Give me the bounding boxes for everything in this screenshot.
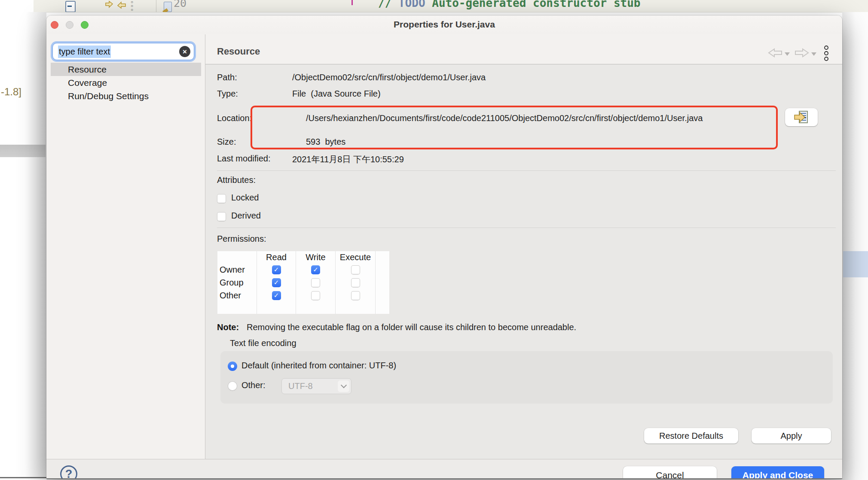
encoding-other-label: Other: (241, 380, 266, 390)
row-spacer (375, 276, 389, 289)
background-toolbar-strip: ○○○ 20 // TODO Auto-generated constructo… (34, 0, 868, 12)
forward-history-dropdown-icon[interactable] (811, 52, 816, 56)
back-history-dropdown-icon[interactable] (785, 52, 790, 56)
apply-and-close-label: Apply and Close (743, 470, 813, 479)
apply-and-close-button[interactable]: Apply and Close (731, 466, 824, 479)
other-read-checkbox[interactable] (272, 291, 281, 300)
permissions-table: Read Write Execute Owner Group Other (217, 251, 389, 314)
type-label: Type: (217, 89, 238, 99)
encoding-default-label: Default (inherited from container: UTF-8… (241, 361, 396, 371)
sidebar-item-coverage[interactable]: Coverage (51, 76, 201, 89)
back-arrow-icon[interactable] (768, 48, 782, 58)
toolbar-separator (156, 0, 156, 12)
editor-ruler-icon (164, 2, 172, 12)
background-editor-text-fragment: -1.8] (1, 86, 21, 98)
resource-panel: Path: /ObjectDemo02/src/cn/first/object/… (205, 64, 842, 459)
other-write-checkbox[interactable] (311, 291, 320, 300)
sidebar-item-label: Resource (68, 64, 107, 75)
row-label-other: Other (217, 289, 257, 302)
todo-keyword: TODO (398, 0, 425, 9)
chevron-down-icon[interactable] (338, 380, 349, 392)
note-label: Note: (217, 322, 239, 332)
column-header-execute: Execute (335, 251, 375, 263)
editor-line-number: 20 (174, 0, 186, 9)
other-read-cell (257, 289, 296, 302)
show-in-system-explorer-button[interactable] (785, 108, 818, 126)
background-window-edge (0, 477, 46, 478)
help-button[interactable]: ? (60, 465, 77, 479)
forward-arrow-icon[interactable] (795, 48, 809, 58)
encoding-select[interactable]: UTF-8 (281, 378, 351, 394)
view-menu-icon[interactable] (824, 45, 829, 61)
last-modified-label: Last modified: (217, 154, 271, 164)
cancel-label: Cancel (656, 470, 684, 479)
filter-input[interactable]: type filter text × (52, 43, 194, 60)
row-spacer (375, 289, 389, 302)
location-label: Location: (217, 113, 252, 123)
properties-sidebar: type filter text × Resource Coverage Run… (46, 34, 205, 459)
encoding-default-radio[interactable] (228, 362, 237, 371)
path-label: Path: (217, 73, 237, 82)
type-value: File (Java Source File) (292, 89, 381, 99)
other-execute-cell (335, 289, 375, 302)
group-execute-cell (335, 276, 375, 289)
question-mark-icon: ? (65, 468, 73, 480)
empty-row (375, 302, 389, 314)
document-arrow-icon (794, 110, 809, 124)
owner-execute-checkbox[interactable] (351, 265, 360, 274)
text-file-encoding-group: Default (inherited from container: UTF-8… (220, 351, 833, 404)
derived-label: Derived (231, 211, 261, 221)
properties-dialog: Properties for User.java type filter tex… (46, 15, 842, 479)
location-value[interactable]: /Users/hexianzhen/Documents/first/code/c… (306, 113, 703, 123)
dialog-titlebar[interactable]: Properties for User.java (46, 15, 842, 34)
dialog-title: Properties for User.java (46, 19, 842, 30)
sidebar-item-resource[interactable]: Resource (51, 63, 201, 76)
empty-row (335, 302, 375, 314)
locked-label: Locked (231, 193, 259, 203)
toolbar-handle-dots-icon: ○○○ (131, 0, 133, 12)
row-label-owner: Owner (217, 263, 257, 276)
restore-defaults-label: Restore Defaults (659, 431, 723, 441)
group-write-checkbox[interactable] (311, 278, 320, 287)
group-execute-checkbox[interactable] (351, 278, 360, 287)
permissions-label: Permissions: (217, 234, 266, 244)
dialog-footer: ? Cancel Apply and Close (46, 459, 842, 478)
sidebar-item-label: Coverage (68, 78, 107, 88)
owner-write-checkbox[interactable] (311, 265, 320, 274)
owner-read-checkbox[interactable] (272, 265, 281, 274)
derived-checkbox[interactable] (217, 212, 226, 221)
background-gray-bar (0, 145, 46, 157)
cancel-button[interactable]: Cancel (623, 466, 717, 479)
size-label: Size: (217, 137, 236, 147)
sidebar-item-run-debug-settings[interactable]: Run/Debug Settings (51, 89, 201, 103)
row-label-group: Group (217, 276, 257, 289)
last-edit-location-icon (105, 0, 127, 12)
group-read-checkbox[interactable] (272, 278, 281, 287)
sidebar-item-label: Run/Debug Settings (68, 91, 149, 101)
apply-button[interactable]: Apply (752, 428, 831, 444)
note-text: Removing the executable flag on a folder… (247, 322, 576, 332)
owner-read-cell (257, 263, 296, 276)
background-selection-bar (843, 251, 868, 277)
other-execute-checkbox[interactable] (351, 291, 360, 300)
encoding-other-radio[interactable] (228, 381, 237, 391)
owner-execute-cell (335, 263, 375, 276)
empty-row (257, 302, 296, 314)
background-right-area (842, 12, 868, 480)
divider (217, 170, 836, 171)
page-title: Resource (217, 46, 260, 57)
restore-defaults-button[interactable]: Restore Defaults (644, 428, 738, 444)
apply-label: Apply (780, 431, 802, 441)
page-header: Resource (205, 34, 842, 64)
divider (217, 228, 836, 228)
owner-write-cell (296, 263, 335, 276)
other-write-cell (296, 289, 335, 302)
locked-checkbox[interactable] (217, 194, 226, 203)
attributes-label: Attributes: (217, 175, 256, 185)
last-modified-value: 2021年11月8日 下午10:55:29 (292, 154, 404, 165)
text-file-encoding-label: Text file encoding (230, 338, 296, 348)
empty-row (217, 302, 257, 314)
filter-input-value: type filter text (58, 46, 111, 58)
group-write-cell (296, 276, 335, 289)
clear-filter-icon[interactable]: × (179, 46, 190, 57)
